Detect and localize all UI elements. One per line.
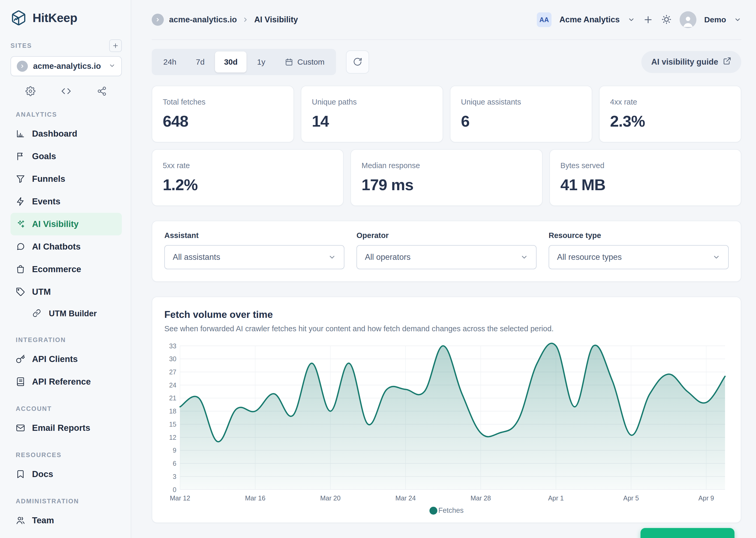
- sidebar-item-events[interactable]: Events: [11, 190, 122, 213]
- filter-select[interactable]: All resource types: [548, 245, 729, 269]
- stat-card: 4xx rate2.3%: [599, 86, 741, 142]
- svg-text:9: 9: [173, 447, 176, 454]
- range-button-label: 30d: [224, 58, 238, 67]
- range-button-label: 7d: [196, 58, 205, 67]
- avatar[interactable]: [680, 11, 696, 28]
- filter-select[interactable]: All assistants: [164, 245, 344, 269]
- stat-label: Unique paths: [312, 98, 432, 106]
- breadcrumb: acme-analytics.io AI Visibility: [152, 14, 298, 26]
- range-button-label: Custom: [298, 58, 324, 67]
- stats-row-2: 5xx rate1.2%Median response179 msBytes s…: [152, 149, 741, 206]
- stat-label: 4xx rate: [610, 98, 730, 106]
- theme-toggle-button[interactable]: [661, 14, 672, 26]
- filter-label: Assistant: [164, 231, 344, 240]
- share-icon: [97, 86, 107, 97]
- link-icon: [32, 309, 42, 318]
- refresh-button[interactable]: [346, 50, 369, 74]
- user-chevron-down-icon[interactable]: [734, 16, 741, 24]
- svg-text:30: 30: [169, 355, 176, 362]
- sidebar-item-goals[interactable]: Goals: [11, 145, 122, 168]
- range-button-label: 24h: [163, 58, 176, 67]
- filters-card: AssistantAll assistantsOperatorAll opera…: [152, 221, 741, 282]
- sidebar-item-label: Ecommerce: [32, 264, 81, 274]
- nav-section-label: ADMINISTRATION: [11, 498, 122, 505]
- sparkles-icon: [16, 219, 25, 229]
- svg-text:Mar 24: Mar 24: [395, 494, 416, 502]
- sidebar-item-email-reports[interactable]: Email Reports: [11, 417, 122, 439]
- filter-select-value: All assistants: [173, 252, 220, 262]
- range-button-24h[interactable]: 24h: [154, 51, 185, 73]
- sidebar-item-docs[interactable]: Docs: [11, 463, 122, 485]
- site-settings-button[interactable]: [23, 84, 38, 99]
- sidebar-item-label: Team: [32, 515, 54, 525]
- time-range-controls: 24h7d30d1yCustom: [152, 49, 369, 75]
- sidebar-item-label: Events: [32, 196, 60, 206]
- sidebar-item-api-reference[interactable]: API Reference: [11, 370, 122, 393]
- add-site-button[interactable]: [109, 39, 122, 52]
- chevron-right-icon: [242, 16, 249, 23]
- sidebar-item-ecommerce[interactable]: Ecommerce: [11, 258, 122, 281]
- sites-header: SITES: [11, 39, 122, 52]
- breadcrumb-site[interactable]: acme-analytics.io: [169, 15, 237, 25]
- range-button-7d[interactable]: 7d: [187, 51, 213, 73]
- stat-card: Bytes served41 MB: [549, 149, 741, 206]
- sidebar-item-utm-builder[interactable]: UTM Builder: [27, 303, 122, 324]
- nav-section-label: ANALYTICS: [11, 111, 122, 118]
- sidebar-item-label: Dashboard: [32, 129, 77, 139]
- app-title: HitKeep: [32, 11, 77, 25]
- chat-icon: [16, 242, 25, 251]
- sidebar-item-dashboard[interactable]: Dashboard: [11, 123, 122, 145]
- site-snippet-button[interactable]: [59, 84, 73, 99]
- range-button-30d[interactable]: 30d: [215, 51, 247, 73]
- site-share-button[interactable]: [95, 84, 109, 99]
- mail-icon: [16, 423, 25, 433]
- range-button-custom[interactable]: Custom: [276, 51, 333, 73]
- stat-value: 2.3%: [610, 112, 730, 130]
- area-chart-svg: 03691215182124273033Mar 12Mar 16Mar 20Ma…: [164, 342, 729, 505]
- site-tools: [11, 84, 122, 99]
- filter-select[interactable]: All operators: [356, 245, 537, 269]
- add-button[interactable]: [643, 15, 653, 25]
- sidebar-item-label: API Reference: [32, 377, 91, 387]
- ai-visibility-guide-button[interactable]: AI visibility guide: [641, 51, 741, 73]
- stat-label: Bytes served: [560, 161, 730, 170]
- sidebar-item-ai-chatbots[interactable]: AI Chatbots: [11, 235, 122, 258]
- filter-label: Operator: [356, 231, 537, 240]
- plus-icon: [112, 42, 119, 49]
- chevron-down-icon: [712, 253, 720, 261]
- stat-card: Total fetches648: [152, 86, 294, 142]
- sidebar-item-label: UTM Builder: [49, 309, 97, 318]
- sidebar: HitKeep SITES acme-analytics.io ANALYTIC…: [0, 0, 131, 538]
- sidebar-item-utm[interactable]: UTM: [11, 281, 122, 303]
- bookmark-icon: [16, 469, 25, 479]
- sidebar-item-ai-visibility[interactable]: AI Visibility: [11, 213, 122, 235]
- svg-text:0: 0: [173, 486, 176, 493]
- logo: HitKeep: [11, 8, 122, 28]
- nav-section-label: INTEGRATION: [11, 336, 122, 344]
- floating-action-button[interactable]: [640, 528, 734, 538]
- sidebar-item-label: Funnels: [32, 174, 65, 184]
- key-icon: [16, 354, 25, 364]
- org-chevron-down-icon[interactable]: [628, 16, 635, 24]
- bar-chart-icon: [16, 129, 25, 138]
- top-bar: acme-analytics.io AI Visibility AA Acme …: [152, 0, 741, 40]
- sidebar-item-label: UTM: [32, 287, 51, 297]
- sidebar-item-funnels[interactable]: Funnels: [11, 168, 122, 190]
- sidebar-item-team[interactable]: Team: [11, 509, 122, 532]
- filter-label: Resource type: [548, 231, 729, 240]
- chevron-down-icon: [328, 253, 336, 261]
- code-icon: [61, 86, 71, 97]
- stat-label: 5xx rate: [163, 161, 333, 170]
- plus-icon: [643, 15, 653, 25]
- top-right-cluster: AA Acme Analytics Demo: [537, 11, 741, 28]
- sidebar-item-label: Goals: [32, 151, 56, 161]
- site-selector[interactable]: acme-analytics.io: [11, 56, 122, 76]
- funnel-icon: [16, 174, 25, 184]
- svg-text:Mar 28: Mar 28: [471, 494, 491, 502]
- site-selector-value: acme-analytics.io: [33, 62, 103, 71]
- sidebar-item-api-clients[interactable]: API Clients: [11, 348, 122, 370]
- range-button-1y[interactable]: 1y: [248, 51, 274, 73]
- stat-card: Unique assistants6: [450, 86, 592, 142]
- chart-title: Fetch volume over time: [164, 309, 729, 320]
- zap-icon: [16, 197, 25, 206]
